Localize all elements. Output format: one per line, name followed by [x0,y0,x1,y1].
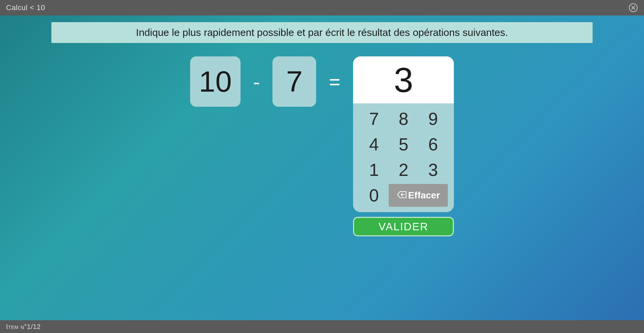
key-1[interactable]: 1 [359,157,389,183]
key-4[interactable]: 4 [359,132,389,157]
key-2[interactable]: 2 [389,157,418,183]
erase-button[interactable]: Effacer [389,184,448,207]
key-9[interactable]: 9 [418,106,448,132]
validate-button[interactable]: VALIDER [353,217,454,236]
answer-display: 3 [353,56,454,103]
instruction-banner: Indique le plus rapidement possible et p… [51,22,592,43]
topbar: Calcul < 10 [0,0,644,15]
operand-a-tile: 10 [190,56,241,107]
equation-row: 10 - 7 = 3 7 8 9 4 5 6 1 2 3 0 [190,56,454,236]
key-5[interactable]: 5 [389,132,418,157]
key-8[interactable]: 8 [389,106,418,132]
key-3[interactable]: 3 [418,157,448,183]
key-0[interactable]: 0 [359,183,389,208]
operand-b-tile: 7 [272,56,316,107]
page-title: Calcul < 10 [6,3,45,12]
keypad-grid: 7 8 9 4 5 6 1 2 3 0 [353,103,454,208]
keypad-panel: 3 7 8 9 4 5 6 1 2 3 0 [353,56,454,212]
erase-label: Effacer [408,190,440,201]
key-6[interactable]: 6 [418,132,448,157]
equals-symbol: = [326,56,344,107]
key-7[interactable]: 7 [359,106,389,132]
backspace-icon [397,190,407,201]
operator-symbol: - [250,56,263,107]
stage: Indique le plus rapidement possible et p… [0,15,644,320]
item-counter: Item n°1/12 [6,323,41,331]
bottombar: Item n°1/12 [0,320,644,333]
close-icon[interactable] [629,3,638,12]
